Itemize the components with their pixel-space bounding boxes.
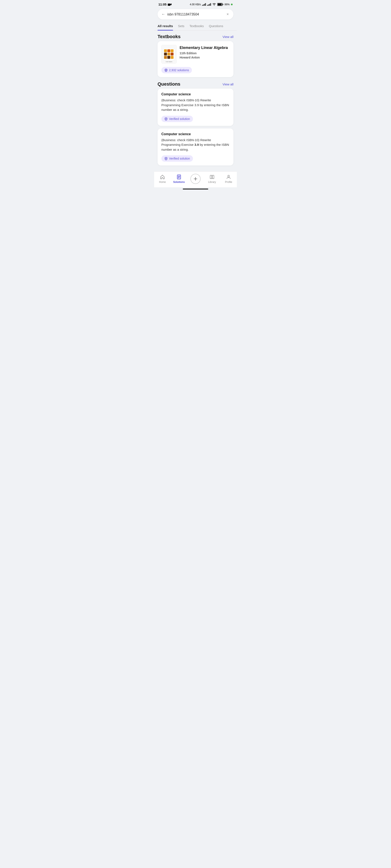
- plus-icon: [193, 177, 198, 181]
- verified-label-2: Verified solution: [169, 157, 190, 160]
- svg-rect-10: [171, 50, 174, 52]
- questions-title: Questions: [157, 82, 180, 87]
- add-button[interactable]: [190, 174, 201, 184]
- book-cover-image: Linear Algebra: [161, 45, 176, 63]
- verified-shield-icon-2: [164, 157, 168, 160]
- verified-shield-icon-1: [164, 117, 168, 121]
- status-right: 4.00 KB/s: [190, 3, 233, 6]
- status-time: 11:05: [158, 3, 172, 6]
- nav-profile[interactable]: Profile: [222, 174, 235, 184]
- questions-header: Questions View all: [157, 82, 234, 87]
- verified-label-1: Verified solution: [169, 117, 190, 121]
- solutions-count: 2,932 solutions: [169, 68, 189, 72]
- nav-add[interactable]: [189, 174, 202, 184]
- textbooks-header: Textbooks View all: [157, 34, 234, 39]
- svg-rect-4: [222, 4, 223, 5]
- question-card-1[interactable]: Computer science (Business: check ISBN-1…: [157, 89, 234, 126]
- textbooks-section: Textbooks View all: [157, 34, 234, 77]
- question-text-2: (Business: check ISBN-10) Rewrite Progra…: [161, 138, 230, 152]
- svg-rect-0: [168, 4, 171, 6]
- status-bar: 11:05 4.00 KB/s: [154, 0, 237, 7]
- battery-icon: [217, 3, 223, 6]
- svg-rect-12: [167, 53, 170, 56]
- questions-section: Questions View all Computer science (Bus…: [157, 82, 234, 168]
- network-speed: 4.00 KB/s: [190, 3, 201, 6]
- nav-home[interactable]: Home: [156, 174, 169, 184]
- solutions-label: Solutions: [173, 181, 185, 184]
- tab-textbooks[interactable]: Textbooks: [189, 22, 204, 30]
- book-title: Elementary Linear Algebra: [180, 45, 230, 50]
- search-bar: ← isbn 9781118473504 ×: [157, 9, 234, 20]
- tab-sets[interactable]: Sets: [178, 22, 184, 30]
- solutions-shield-icon: [164, 68, 168, 72]
- book-cover: Linear Algebra: [161, 45, 177, 64]
- camera-icon: [168, 3, 172, 6]
- back-button[interactable]: ←: [161, 12, 165, 17]
- wifi-icon: [212, 3, 216, 6]
- verified-badge-1: Verified solution: [161, 116, 193, 122]
- question-card-2[interactable]: Computer science (Business: check ISBN-1…: [157, 128, 234, 166]
- bottom-navigation: Home Solutions: [154, 172, 237, 187]
- signal-bars-1: [202, 3, 206, 6]
- library-label: Library: [208, 181, 216, 184]
- battery-percent: 86%: [224, 3, 230, 6]
- phone-frame: 11:05 4.00 KB/s: [154, 0, 237, 189]
- question-text-1: (Business: check ISBN-10) Rewrite Progra…: [161, 98, 230, 112]
- svg-rect-9: [167, 50, 170, 52]
- svg-rect-13: [171, 53, 174, 56]
- nav-library[interactable]: Library: [206, 174, 218, 184]
- search-container: ← isbn 9781118473504 ×: [154, 7, 237, 22]
- svg-point-2: [214, 5, 215, 6]
- search-query: isbn 9781118473504: [167, 12, 225, 16]
- tab-questions[interactable]: Questions: [209, 22, 223, 30]
- question-bold-2: 3.9: [194, 143, 199, 147]
- textbooks-view-all[interactable]: View all: [223, 35, 234, 38]
- solutions-icon: [176, 174, 182, 180]
- question-subject-2: Computer science: [161, 132, 230, 136]
- question-subject-1: Computer science: [161, 92, 230, 96]
- svg-rect-8: [164, 50, 167, 52]
- library-icon: [209, 174, 215, 180]
- svg-text:Linear Algebra: Linear Algebra: [166, 61, 172, 62]
- battery-dot: [231, 4, 233, 5]
- home-label: Home: [159, 181, 166, 184]
- solutions-badge: 2,932 solutions: [161, 67, 192, 73]
- book-author: Howard Anton: [180, 56, 230, 59]
- home-icon: [160, 174, 165, 180]
- signal-bars-2: [207, 3, 211, 6]
- main-content: Textbooks View all: [154, 31, 237, 172]
- svg-rect-11: [164, 53, 167, 56]
- svg-rect-14: [164, 56, 167, 59]
- svg-point-24: [228, 175, 230, 177]
- questions-view-all[interactable]: View all: [223, 83, 234, 86]
- textbook-card[interactable]: Linear Algebra Elementary Linear Algebra…: [157, 41, 234, 77]
- nav-solutions[interactable]: Solutions: [173, 174, 185, 184]
- profile-label: Profile: [225, 181, 232, 184]
- search-tabs: All results Sets Textbooks Questions: [154, 22, 237, 31]
- clear-search-button[interactable]: ×: [225, 12, 230, 17]
- tab-all-results[interactable]: All results: [157, 22, 173, 30]
- home-indicator: [183, 189, 208, 189]
- time-display: 11:05: [158, 3, 167, 6]
- verified-badge-2: Verified solution: [161, 155, 193, 162]
- svg-rect-15: [167, 56, 170, 59]
- textbook-inner: Linear Algebra Elementary Linear Algebra…: [161, 45, 230, 64]
- svg-marker-1: [171, 3, 172, 5]
- svg-rect-16: [171, 56, 174, 59]
- book-info: Elementary Linear Algebra 11th Edition H…: [180, 45, 230, 59]
- book-edition: 11th Edition: [180, 52, 230, 55]
- svg-rect-5: [217, 3, 221, 5]
- textbooks-title: Textbooks: [157, 34, 180, 39]
- profile-icon: [226, 174, 231, 180]
